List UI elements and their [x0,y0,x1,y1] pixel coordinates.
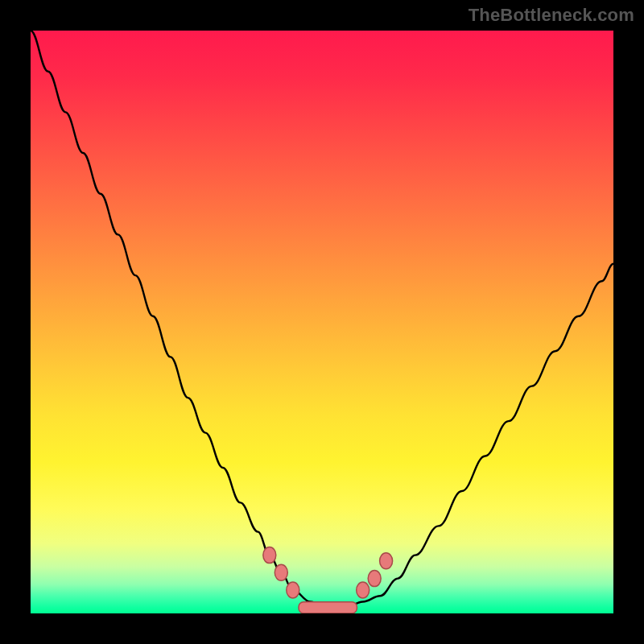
basin-bar [299,602,357,613]
curve-marker [368,571,381,587]
curve-marker [357,582,369,598]
curve-marker [263,547,276,564]
curve-marker [380,553,393,569]
attribution-text: TheBottleneck.com [469,5,634,26]
bottleneck-curve [31,31,613,608]
curve-marker [287,582,299,598]
curve-marker [275,564,287,580]
marker-group [263,547,393,598]
plot-area [31,31,613,613]
outer-frame: TheBottleneck.com [0,0,644,644]
bottleneck-curve-svg [31,31,613,613]
